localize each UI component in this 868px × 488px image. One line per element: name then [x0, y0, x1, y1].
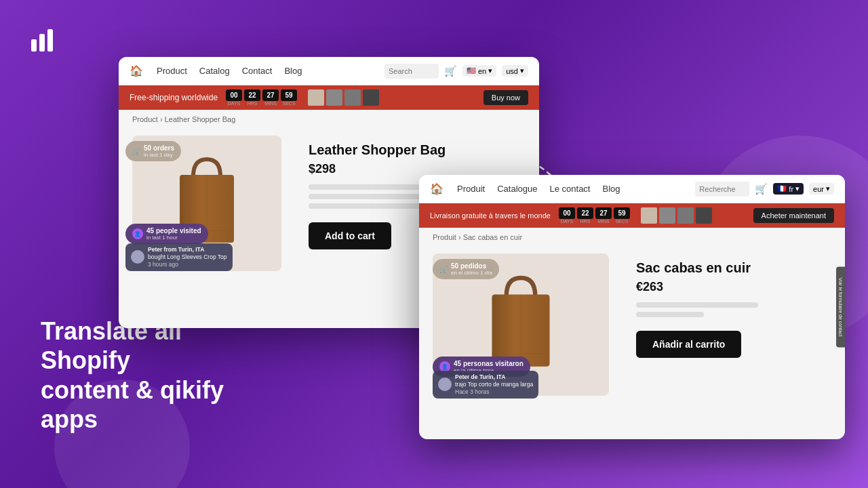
nav-product-en[interactable]: Product [157, 66, 187, 76]
flag-en: 🇺🇸 [467, 66, 476, 75]
mins-block-fr: 27 [595, 207, 612, 219]
chevron-down-icon-en: ▾ [488, 66, 492, 75]
home-icon-en[interactable]: 🏠 [130, 64, 143, 77]
add-to-cart-button-en[interactable]: Add to cart [309, 222, 391, 249]
timer-bar-fr: Livraison gratuite à travers le monde 00… [419, 203, 845, 228]
product-title-en: Leather Shopper Bag [309, 142, 526, 158]
orders-badge-en: 🛒 50 orders in last 1 day [125, 141, 181, 161]
thumb-4-en [363, 89, 379, 106]
language-selector-en[interactable]: 🇺🇸 en ▾ [462, 65, 496, 77]
currency-selector-en[interactable]: usd ▾ [502, 65, 528, 77]
currency-selector-fr[interactable]: eur ▾ [809, 183, 834, 195]
days-block-fr: 00 [559, 207, 575, 219]
product-title-fr: Sac cabas en cuir [636, 260, 831, 276]
window-french-inner: 🏠 Produit Catalogue Le contact Blog 🛒 🇫🇷… [419, 175, 845, 439]
purchase-avatar-en [131, 250, 144, 264]
contact-form-tab[interactable]: Voir le formulaire de contact [836, 267, 845, 348]
chevron-down-icon-fr: ▾ [795, 184, 800, 193]
nav-right-en: 🛒 🇺🇸 en ▾ usd ▾ [384, 64, 528, 79]
thumb-1-en [308, 89, 324, 106]
language-selector-fr[interactable]: 🇫🇷 fr ▾ [773, 183, 804, 195]
secs-block-en: 59 [281, 89, 297, 101]
nav-right-fr: 🛒 🇫🇷 fr ▾ eur ▾ [695, 182, 834, 197]
product-price-en: $298 [309, 162, 526, 176]
thumb-2-fr [659, 207, 675, 224]
svg-rect-0 [31, 39, 37, 52]
timer-bar-en: Free-shipping worldwide 00 DAYS 22 HRS 2… [119, 85, 539, 110]
product-image-wrap-fr: 🛒 50 pedidos en el último 1 día 👤 45 per… [433, 253, 623, 396]
breadcrumb-fr: Produit › Sac cabas en cuir [419, 228, 845, 247]
thumb-3-en [344, 89, 361, 106]
nav-blog-fr[interactable]: Blog [602, 184, 620, 194]
breadcrumb-en: Product › Leather Shopper Bag [119, 110, 539, 129]
countdown-fr: 00 DAYS 22 HRS 27 MINS 59 SECS [559, 207, 630, 224]
buy-now-button-en[interactable]: Buy now [484, 90, 528, 105]
tagline: Translate all Shopify content & qikify a… [41, 317, 271, 434]
window-french: 🏠 Produit Catalogue Le contact Blog 🛒 🇫🇷… [419, 175, 845, 439]
nav-links-fr: Produit Catalogue Le contact Blog [457, 184, 620, 194]
cart-badge-icon-fr: 🛒 [439, 266, 448, 273]
purchase-badge-en: Peter from Turin, ITA bought Long Sleeve… [125, 243, 233, 271]
search-input-fr[interactable] [695, 182, 749, 197]
hrs-block-fr: 22 [577, 207, 593, 219]
product-desc-line-2-fr [636, 312, 704, 317]
mins-block-en: 27 [262, 89, 279, 101]
chevron-down-icon-currency-fr: ▾ [826, 184, 830, 193]
nav-catalogue-fr[interactable]: Catalogue [497, 184, 537, 194]
nav-contact-en[interactable]: Contact [242, 66, 273, 76]
purchase-avatar-fr [438, 378, 452, 391]
thumb-2-en [326, 89, 342, 106]
cart-icon-fr[interactable]: 🛒 [755, 183, 768, 195]
nav-contact-fr[interactable]: Le contact [549, 184, 590, 194]
visitors-badge-en: 👤 45 people visited in last 1 hour [125, 224, 208, 244]
nav-blog-en[interactable]: Blog [284, 66, 302, 76]
countdown-en: 00 DAYS 22 HRS 27 MINS 59 SECS [226, 89, 297, 106]
buy-now-button-fr[interactable]: Acheter maintenant [753, 208, 834, 223]
shipping-label-fr: Livraison gratuite à travers le monde [430, 211, 551, 220]
thumb-3-fr [677, 207, 694, 224]
shipping-label-en: Free-shipping worldwide [130, 93, 218, 102]
visitor-dot-en: 👤 [132, 228, 143, 239]
nav-catalog-en[interactable]: Catalog [199, 66, 230, 76]
home-icon-fr[interactable]: 🏠 [430, 182, 443, 195]
product-info-fr: Sac cabas en cuir €263 Añadir al carrito [636, 253, 831, 396]
nav-bar-en: 🏠 Product Catalog Contact Blog 🛒 🇺🇸 en ▾… [119, 57, 539, 85]
nav-produit-fr[interactable]: Produit [457, 184, 485, 194]
thumb-4-fr [696, 207, 712, 224]
product-price-fr: €263 [636, 280, 831, 294]
search-input-en[interactable] [384, 64, 439, 79]
nav-bar-fr: 🏠 Produit Catalogue Le contact Blog 🛒 🇫🇷… [419, 175, 845, 203]
orders-badge-fr: 🛒 50 pedidos en el último 1 día [433, 259, 499, 279]
cart-icon-en[interactable]: 🛒 [444, 65, 457, 77]
svg-rect-1 [39, 34, 45, 52]
product-area-fr: 🛒 50 pedidos en el último 1 día 👤 45 per… [419, 247, 845, 396]
chevron-down-icon-currency-en: ▾ [520, 66, 524, 75]
secs-block-fr: 59 [614, 207, 630, 219]
svg-rect-2 [47, 29, 53, 52]
product-desc-line-1-fr [636, 302, 758, 308]
add-to-cart-button-fr[interactable]: Añadir al carrito [636, 331, 741, 358]
nav-links-en: Product Catalog Contact Blog [157, 66, 302, 76]
days-block-en: 00 [226, 89, 242, 101]
cart-badge-icon-en: 🛒 [132, 148, 140, 155]
app-logo [28, 26, 56, 53]
flag-fr: 🇫🇷 [777, 184, 787, 193]
purchase-badge-fr: Peter de Turín, ITA trajo Top corto de m… [433, 371, 538, 399]
thumb-1-fr [641, 207, 657, 224]
product-thumbs-fr [641, 207, 712, 224]
product-thumbs-en [308, 89, 379, 106]
product-image-wrap-en: 🛒 50 orders in last 1 day 👤 45 people vi… [132, 136, 295, 271]
hrs-block-en: 22 [244, 89, 260, 101]
